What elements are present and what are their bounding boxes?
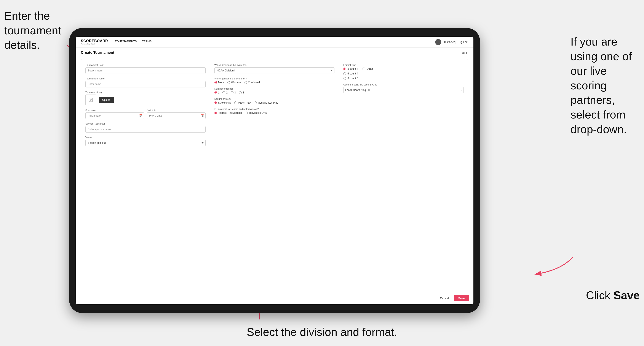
gender-mens[interactable]: Mens	[214, 81, 224, 84]
gender-mens-label: Mens	[218, 81, 224, 84]
logo-title: SCOREBOARD	[81, 39, 108, 43]
gender-group: Which gender is the event for? Mens Wome…	[214, 77, 335, 84]
format-other-radio[interactable]	[362, 68, 365, 70]
logo-group: Tournament logo Upload	[86, 91, 206, 105]
nav-teams[interactable]: TEAMS	[142, 40, 152, 44]
rounds-4[interactable]: 4	[239, 91, 244, 94]
sponsor-input[interactable]	[86, 126, 206, 133]
name-input[interactable]	[86, 81, 206, 87]
end-date-wrapper: 📅	[147, 112, 206, 119]
form-body: Tournament Host Tournament name Tourname…	[76, 55, 474, 292]
format-6count4-label: 6 count 4	[348, 72, 358, 75]
form-column-1: Tournament Host Tournament name Tourname…	[81, 59, 210, 154]
format-5count4[interactable]: 5 count 4	[343, 67, 358, 70]
scoring-stroke[interactable]: Stroke Play	[214, 101, 231, 104]
gender-combined-radio[interactable]	[244, 81, 247, 84]
live-scoring-clear-icon[interactable]: ×	[368, 88, 370, 92]
scoring-match[interactable]: Match Play	[234, 101, 251, 104]
format-5count4-radio[interactable]	[343, 68, 346, 70]
rounds-label: Number of rounds	[214, 87, 335, 90]
live-scoring-label: Use third-party live scoring API?	[343, 83, 464, 86]
signout-link[interactable]: Sign out	[459, 41, 468, 44]
rounds-4-label: 4	[242, 91, 244, 94]
venue-group: Venue Search golf club	[86, 136, 206, 146]
form-footer: Cancel Save	[76, 292, 474, 304]
gender-womens[interactable]: Womens	[228, 81, 241, 84]
back-link[interactable]: Back	[460, 51, 468, 54]
scoring-medal[interactable]: Medal Match Play	[254, 101, 278, 104]
logo-area: SCOREBOARD Powered by Clippit	[81, 39, 108, 45]
svg-point-3	[90, 99, 90, 100]
start-date-wrapper: 📅	[86, 112, 144, 119]
user-avatar	[435, 39, 441, 45]
start-date-input[interactable]	[86, 112, 144, 119]
rounds-3-radio[interactable]	[231, 91, 234, 94]
user-name: Test User |	[444, 41, 456, 44]
format-6count5[interactable]: 6 count 5	[343, 77, 358, 80]
teams-teams-radio[interactable]	[214, 112, 217, 114]
rounds-1-radio[interactable]	[214, 91, 217, 94]
teams-teams[interactable]: Teams (+Individuals)	[214, 111, 242, 114]
teams-teams-label: Teams (+Individuals)	[218, 111, 242, 114]
scoring-stroke-radio[interactable]	[214, 101, 217, 104]
arrow-save	[536, 257, 573, 274]
gender-womens-radio[interactable]	[228, 81, 230, 84]
save-button[interactable]: Save	[454, 295, 469, 301]
format-group: Format type 5 count 4 Other	[343, 64, 464, 80]
sponsor-group: Sponsor (optional)	[86, 122, 206, 133]
teams-individuals-radio[interactable]	[245, 112, 248, 114]
teams-individuals-label: Individuals Only	[248, 111, 267, 114]
teams-individuals[interactable]: Individuals Only	[245, 111, 267, 114]
format-6count4-radio[interactable]	[343, 72, 346, 75]
navbar-right: Test User | Sign out	[435, 39, 468, 45]
format-label: Format type	[343, 64, 464, 66]
navbar: SCOREBOARD Powered by Clippit TOURNAMENT…	[76, 37, 474, 47]
format-6count5-radio[interactable]	[343, 77, 346, 80]
nav-tournaments[interactable]: TOURNAMENTS	[115, 40, 137, 44]
scoring-match-label: Match Play	[238, 101, 251, 104]
name-group: Tournament name	[86, 77, 206, 87]
form-column-2: Which division is the event for? NCAA Di…	[210, 59, 339, 154]
rounds-group: Number of rounds 1 2	[214, 87, 335, 94]
logo-label: Tournament logo	[86, 91, 206, 93]
calendar-icon-end: 📅	[200, 114, 204, 117]
format-other[interactable]: Other	[362, 67, 373, 70]
division-select[interactable]: NCAA Division I NCAA Division II NCAA Di…	[214, 67, 335, 74]
sponsor-label: Sponsor (optional)	[86, 122, 206, 125]
start-date-group: Start date 📅	[86, 109, 144, 119]
navbar-left: SCOREBOARD Powered by Clippit TOURNAMENT…	[81, 39, 152, 45]
nav-links: TOURNAMENTS TEAMS	[115, 40, 152, 44]
calendar-icon-start: 📅	[139, 114, 142, 117]
rounds-3[interactable]: 3	[231, 91, 236, 94]
scoring-match-radio[interactable]	[234, 101, 237, 104]
rounds-2-radio[interactable]	[222, 91, 225, 94]
format-5count4-label: 5 count 4	[348, 67, 358, 70]
logo-placeholder	[86, 95, 96, 105]
logo-sub: Powered by Clippit	[81, 43, 108, 45]
rounds-4-radio[interactable]	[239, 91, 242, 94]
live-scoring-wrapper[interactable]: Leaderboard King × ▾	[343, 87, 464, 93]
rounds-radio-group: 1 2 3 4	[214, 91, 335, 94]
rounds-3-label: 3	[234, 91, 236, 94]
gender-combined[interactable]: Combined	[244, 81, 260, 84]
upload-button[interactable]: Upload	[99, 97, 114, 103]
rounds-2[interactable]: 2	[222, 91, 228, 94]
end-date-input[interactable]	[147, 112, 206, 119]
annotation-topright: If you are using one of our live scoring…	[570, 34, 640, 137]
cancel-button[interactable]: Cancel	[437, 295, 452, 301]
click-save-strong: Save	[614, 289, 640, 302]
scoring-label: Scoring system	[214, 98, 335, 100]
format-6count4[interactable]: 6 count 4	[343, 72, 358, 75]
host-input[interactable]	[86, 67, 206, 74]
scoring-medal-radio[interactable]	[254, 101, 256, 104]
tablet-screen: SCOREBOARD Powered by Clippit TOURNAMENT…	[76, 37, 474, 304]
venue-select[interactable]: Search golf club	[86, 140, 206, 146]
gender-combined-label: Combined	[248, 81, 260, 84]
host-group: Tournament Host	[86, 64, 206, 74]
live-scoring-group: Use third-party live scoring API? Leader…	[343, 83, 464, 93]
gender-womens-label: Womens	[231, 81, 241, 84]
page-title: Create Tournament	[81, 50, 114, 55]
format-row-1: 5 count 4 Other	[343, 67, 464, 70]
rounds-1[interactable]: 1	[214, 91, 220, 94]
gender-mens-radio[interactable]	[214, 81, 217, 84]
